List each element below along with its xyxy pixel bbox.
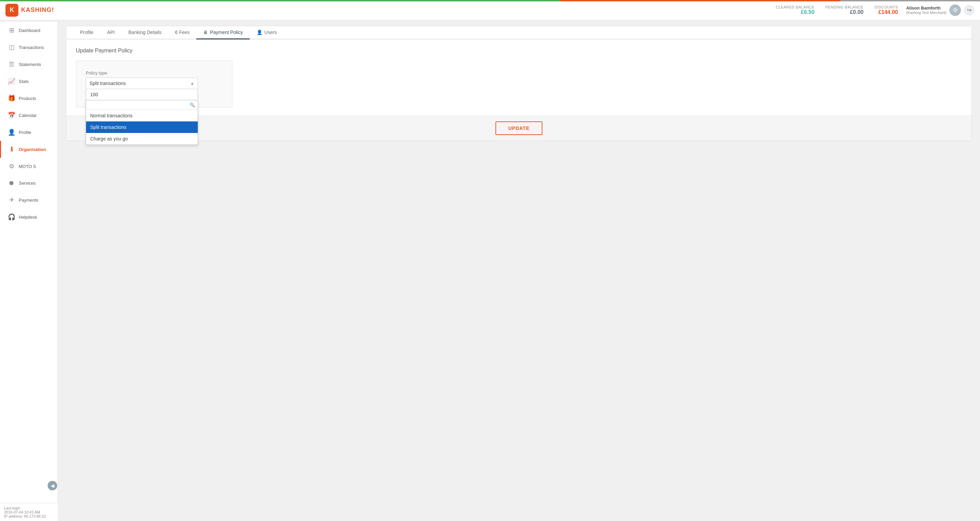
transactions-icon: ◫ bbox=[8, 43, 15, 51]
sidebar: ⊞ Dashboard ◫ Transactions ☰ Statements … bbox=[0, 22, 58, 148]
update-button[interactable]: UPDATE bbox=[495, 121, 543, 135]
sidebar-item-transactions[interactable]: ◫ Transactions bbox=[0, 39, 57, 56]
logo-text: KASHING! bbox=[21, 6, 54, 14]
tab-banking-label: Banking Details bbox=[128, 30, 161, 35]
discounts: DISCOUNTS £144.00 bbox=[875, 5, 898, 15]
user-name: Alison Bamforth bbox=[906, 5, 947, 11]
dropdown-selected-value: Split transactions bbox=[89, 81, 126, 86]
logo-icon: K bbox=[5, 4, 18, 17]
tab-payment-policy[interactable]: 🖥 Payment Policy bbox=[196, 26, 250, 40]
progress-green bbox=[0, 0, 560, 2]
dashboard-icon: ⊞ bbox=[8, 27, 15, 34]
payment-policy-section: Update Payment Policy Policy type Split … bbox=[66, 40, 972, 116]
logo: K KASHING! bbox=[5, 4, 54, 17]
stats-icon: 📈 bbox=[8, 78, 15, 85]
progress-orange bbox=[560, 0, 840, 2]
discounts-value: £144.00 bbox=[875, 9, 898, 15]
policy-form: Policy type Split transactions ▲ 🔍 Norma… bbox=[76, 60, 232, 108]
users-icon: 👤 bbox=[256, 30, 262, 35]
pending-balance-value: £0.00 bbox=[826, 9, 864, 15]
sidebar-label-profile: Profile bbox=[19, 130, 31, 135]
sidebar-label-products: Products bbox=[19, 96, 36, 101]
sidebar-label-transactions: Transactions bbox=[19, 45, 44, 50]
dropdown-option-normal[interactable]: Normal transactions bbox=[86, 110, 198, 121]
progress-gray bbox=[840, 0, 980, 2]
policy-type-label: Policy type bbox=[86, 70, 223, 76]
sidebar-item-organisation[interactable]: ℹ Organisation bbox=[0, 141, 57, 148]
tab-fees[interactable]: € Fees bbox=[169, 26, 197, 40]
tab-banking[interactable]: Banking Details bbox=[121, 26, 168, 40]
tab-api[interactable]: API bbox=[100, 26, 122, 40]
statements-icon: ☰ bbox=[8, 60, 15, 68]
search-icon: 🔍 bbox=[189, 102, 195, 108]
policy-type-dropdown: Split transactions ▲ 🔍 Normal transactio… bbox=[86, 78, 223, 100]
dropdown-trigger[interactable]: Split transactions ▲ bbox=[86, 78, 198, 89]
sidebar-label-calendar: Calendar bbox=[19, 113, 37, 118]
sidebar-label-statements: Statements bbox=[19, 62, 41, 67]
profile-icon: 👤 bbox=[8, 129, 15, 136]
cleared-balance: CLEARED BALANCE £6.50 bbox=[776, 5, 815, 15]
sidebar-label-dashboard: Dashboard bbox=[19, 28, 40, 33]
cleared-balance-value: £6.50 bbox=[776, 9, 815, 15]
sidebar-item-stats[interactable]: 📈 Stats bbox=[0, 73, 57, 90]
calendar-icon: 📅 bbox=[8, 111, 15, 119]
sidebar-item-dashboard[interactable]: ⊞ Dashboard bbox=[0, 22, 57, 39]
tab-profile[interactable]: Profile bbox=[73, 26, 100, 40]
pending-balance: PENDING BALANCE £0.00 bbox=[826, 5, 864, 15]
organisation-card: Profile API Banking Details € Fees 🖥 Pay… bbox=[66, 26, 972, 141]
sidebar-item-statements[interactable]: ☰ Statements bbox=[0, 56, 57, 73]
policy-value-box: 100 bbox=[86, 89, 198, 100]
tab-profile-label: Profile bbox=[80, 30, 94, 35]
dropdown-search-input[interactable] bbox=[89, 102, 189, 108]
tab-fees-label: € Fees bbox=[175, 30, 190, 35]
dropdown-search-area: 🔍 bbox=[86, 100, 198, 110]
sidebar-label-organisation: Organisation bbox=[19, 147, 46, 148]
dropdown-option-charge[interactable]: Charge as you go bbox=[86, 133, 198, 145]
tab-payment-policy-label: Payment Policy bbox=[210, 30, 243, 35]
topbar-action-btn[interactable]: ↪ bbox=[964, 5, 975, 16]
tab-users-label: Users bbox=[264, 30, 277, 35]
progress-bar bbox=[0, 0, 980, 2]
dropdown-menu: 🔍 Normal transactions Split transactions… bbox=[86, 100, 198, 145]
pending-balance-label: PENDING BALANCE bbox=[826, 5, 864, 9]
topbar-user: Alison Bamforth (Kashing Test Merchant) … bbox=[906, 5, 975, 16]
tab-users[interactable]: 👤 Users bbox=[250, 26, 284, 40]
tabs: Profile API Banking Details € Fees 🖥 Pay… bbox=[66, 26, 972, 40]
payment-policy-icon: 🖥 bbox=[203, 30, 208, 35]
dropdown-option-split[interactable]: Split transactions bbox=[86, 121, 198, 133]
topbar-balances: CLEARED BALANCE £6.50 PENDING BALANCE £0… bbox=[776, 5, 898, 15]
cleared-balance-label: CLEARED BALANCE bbox=[776, 5, 815, 9]
section-title: Update Payment Policy bbox=[76, 48, 962, 54]
sidebar-item-profile[interactable]: 👤 Profile bbox=[0, 124, 57, 141]
user-sub: (Kashing Test Merchant) bbox=[906, 11, 947, 14]
tab-api-label: API bbox=[107, 30, 115, 35]
update-button-section: UPDATE bbox=[66, 116, 972, 140]
products-icon: 🎁 bbox=[8, 95, 15, 102]
chevron-up-icon: ▲ bbox=[190, 81, 194, 86]
discounts-label: DISCOUNTS bbox=[875, 5, 898, 9]
sidebar-label-stats: Stats bbox=[19, 79, 29, 84]
main-content: K Organisation Profile Profile API Banki… bbox=[58, 0, 980, 148]
organisation-icon: ℹ bbox=[8, 146, 15, 148]
sidebar-item-products[interactable]: 🎁 Products bbox=[0, 90, 57, 107]
topbar: K KASHING! CLEARED BALANCE £6.50 PENDING… bbox=[0, 0, 980, 21]
user-avatar[interactable]: ⚙ bbox=[950, 5, 961, 16]
sidebar-item-calendar[interactable]: 📅 Calendar bbox=[0, 107, 57, 124]
